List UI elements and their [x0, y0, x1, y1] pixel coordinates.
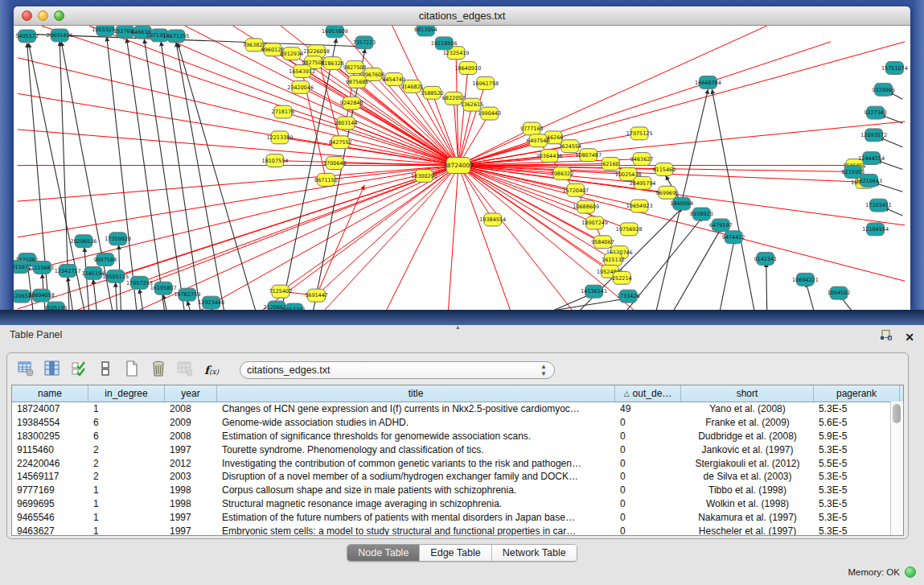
table-row[interactable]: 2242004622012Investigating the contribut… — [12, 456, 903, 470]
column-header-pagerank[interactable]: pagerank — [814, 385, 900, 402]
show-columns-button[interactable] — [43, 360, 62, 380]
table-cell-out_de: 0 — [615, 444, 681, 455]
delete-table-button[interactable] — [149, 360, 168, 380]
tab-node-table[interactable]: Node Table — [347, 545, 419, 561]
toggle-rows-button[interactable] — [96, 360, 115, 380]
graph-node-label: 9699695 — [655, 190, 679, 196]
graph-node-label: 9142341 — [754, 256, 777, 262]
table-row[interactable]: 1938455462009Genome-wide association stu… — [12, 416, 903, 430]
graph-node-label: 18300295 — [411, 173, 437, 179]
table-cell-in_degree: 1 — [88, 498, 165, 509]
table-row[interactable]: 969969511998Structural magnetic resonanc… — [12, 497, 903, 511]
table-cell-name: 9699695 — [12, 498, 88, 509]
column-header-out_de[interactable]: △out_de… — [615, 385, 681, 402]
graph-node-label: 10807487 — [575, 152, 602, 159]
graph-node-label: 16648784 — [695, 80, 721, 86]
graph-node-label: 9115460 — [653, 167, 676, 173]
graph-node-label: 12923448 — [198, 299, 224, 306]
splitter-handle-icon[interactable]: ▴ — [456, 323, 460, 331]
function-builder-button[interactable]: f(x) — [202, 360, 221, 380]
graph-node-label: 8454749 — [382, 76, 405, 83]
graph-node-label: 8912934 — [280, 51, 303, 57]
graph-node-label: 8186328 — [321, 60, 344, 67]
new-table-icon — [123, 360, 141, 380]
graph-node-label: 9227343 — [864, 109, 887, 116]
table-toolbox: f(x) citations_edges.txt ▲▼ namein_degre… — [6, 352, 909, 539]
graph-edge-red — [18, 166, 458, 274]
tab-edge-table[interactable]: Edge Table — [419, 545, 491, 561]
column-header-in_degree[interactable]: in_degree — [88, 385, 165, 402]
select-columns-icon — [70, 360, 88, 380]
table-scrollbar-thumb[interactable] — [893, 404, 901, 423]
column-header-title[interactable]: title — [217, 385, 615, 402]
table-cell-short: Dudbridge et al. (2008) — [681, 431, 814, 442]
network-canvas[interactable]: 1872400779638228960128891293423226058982… — [14, 26, 910, 310]
graph-node-label: 9463627 — [630, 156, 654, 163]
graph-edge-red — [320, 166, 458, 310]
table-row[interactable]: 946362711997Embryonic stem cells: a mode… — [12, 524, 903, 536]
table-row[interactable]: 1872400712008Changes of HCN gene express… — [12, 402, 903, 416]
graph-edge-black — [28, 266, 34, 310]
graph-node-label: 18107554 — [262, 158, 289, 164]
window-titlebar[interactable]: citations_edges.txt — [14, 6, 910, 26]
table-cell-in_degree: 2 — [88, 471, 165, 482]
desktop-background: citations_edges.txt 18724007796382289601… — [0, 0, 924, 325]
graph-node-label: 16961758 — [472, 80, 499, 87]
new-table-button[interactable] — [122, 360, 142, 380]
table-source-dropdown[interactable]: citations_edges.txt ▲▼ — [240, 361, 555, 379]
column-header-name[interactable]: name — [12, 385, 88, 402]
table-cell-year: 2012 — [165, 458, 217, 469]
table-body: 1872400712008Changes of HCN gene express… — [12, 402, 903, 536]
table-row[interactable]: 946554611997Estimation of the future num… — [12, 510, 903, 524]
graph-node-label: 1115683 — [31, 265, 54, 271]
table-cell-short: Stergiakouli et al. (2012) — [681, 458, 814, 469]
graph-node-label: 8215953 — [842, 169, 865, 175]
import-table-button[interactable] — [175, 360, 195, 380]
column-header-short[interactable]: short — [681, 385, 814, 402]
table-cell-out_de: 0 — [615, 525, 681, 536]
graph-node-label: 9242848 — [340, 100, 363, 106]
table-header-row: namein_degreeyeartitle△out_de…shortpager… — [12, 385, 903, 402]
desktop-bottom-shade — [0, 310, 924, 325]
graph-node-label: 19756928 — [616, 226, 643, 233]
table-cell-name: 9777169 — [12, 484, 88, 496]
graph-node-label: 10694221 — [792, 277, 819, 283]
table-cell-title: Structural magnetic resonance image aver… — [217, 498, 615, 509]
table-row[interactable]: 977716911998Corpus callosum shape and si… — [12, 484, 903, 497]
toggle-rows-icon — [97, 360, 114, 380]
table-panel-header: ▴ Table Panel ✕ — [0, 325, 924, 348]
select-columns-button[interactable] — [69, 360, 88, 380]
table-cell-pagerank: 5.6E-5 — [814, 417, 900, 428]
table-cell-out_de: 0 — [615, 471, 681, 482]
dropdown-stepper-icon: ▲▼ — [540, 363, 547, 377]
table-row[interactable]: 1830029562008Estimation of significance … — [12, 430, 903, 443]
network-view[interactable]: 1872400779638228960128891293423226058982… — [14, 26, 910, 310]
table-cell-year: 2008 — [165, 403, 217, 414]
graph-node-label: 18694058 — [28, 292, 55, 299]
graph-node-label: 1615132 — [602, 257, 625, 263]
graph-node-label: 14136141 — [581, 288, 607, 295]
close-panel-icon[interactable]: ✕ — [905, 332, 914, 343]
graph-node-label: 2718176 — [272, 109, 295, 115]
column-header-year[interactable]: year — [165, 385, 217, 402]
table-cell-out_de: 0 — [615, 458, 681, 469]
tab-network-table[interactable]: Network Table — [491, 545, 577, 561]
table-scrollbar[interactable] — [890, 402, 903, 535]
table-cell-in_degree: 6 — [88, 431, 165, 442]
float-panel-icon[interactable] — [880, 329, 892, 344]
table-row[interactable]: 1456911722003Disruption of a novel membe… — [12, 470, 903, 484]
table-cell-year: 1998 — [165, 484, 217, 496]
graph-node-label: 17957253 — [126, 280, 153, 286]
table-panel-title: Table Panel — [10, 329, 62, 340]
sort-ascending-icon: △ — [624, 389, 630, 398]
graph-edge-black — [806, 282, 815, 310]
column-header-label: out_de… — [633, 388, 672, 399]
table-cell-title: Changes of HCN gene expression and I(f) … — [217, 403, 615, 414]
table-cell-pagerank: 5.3E-5 — [814, 444, 900, 455]
graph-node-label: 3624554 — [559, 143, 582, 150]
table-settings-button[interactable] — [16, 360, 35, 380]
table-cell-title: Genome-wide association studies in ADHD. — [217, 417, 615, 428]
table-row[interactable]: 911546021997Tourette syndrome. Phenomeno… — [12, 443, 903, 456]
graph-edge-black — [139, 289, 143, 310]
memory-ok-indicator — [905, 566, 916, 578]
